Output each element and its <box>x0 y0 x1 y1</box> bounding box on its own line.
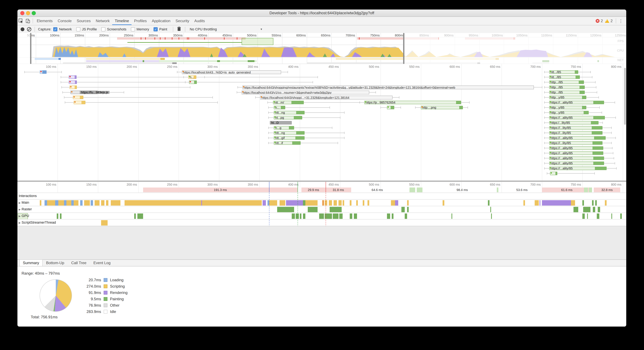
request-corner-dot <box>551 172 552 174</box>
network-request-bar[interactable]: htt...gif <box>274 136 304 140</box>
tracks-pane[interactable]: 100 ms150 ms200 ms250 ms300 ms350 ms400 … <box>18 182 626 226</box>
network-request-bar[interactable]: https://...ality/85 <box>549 162 604 165</box>
disclosure-triangle-icon[interactable]: ▶ <box>19 215 20 217</box>
network-request-bar[interactable]: https://...ality/85 <box>549 156 604 160</box>
details-tab-summary[interactable]: Summary <box>19 259 43 266</box>
network-request-bar[interactable]: htt...ng <box>274 111 304 114</box>
tab-application[interactable]: Application <box>149 17 173 25</box>
tab-timeline[interactable]: Timeline <box>112 17 132 25</box>
network-request-bar[interactable]: https://p...985762654 <box>364 101 461 104</box>
checkbox-box[interactable]: ✓ <box>53 27 57 31</box>
network-request-bar[interactable]: http...y/85 <box>549 111 589 114</box>
tab-sources[interactable]: Sources <box>74 17 93 25</box>
trash-icon[interactable] <box>177 26 181 32</box>
whisker-cap <box>547 172 547 175</box>
network-request-bar[interactable] <box>70 85 77 89</box>
inspect-element-icon[interactable] <box>18 17 24 24</box>
track-label-interactions[interactable]: Interactions <box>19 194 37 198</box>
network-request-bar[interactable]: http....png <box>421 106 463 109</box>
details-tab-event-log[interactable]: Event Log <box>90 259 114 266</box>
network-request-label[interactable]: https://localhost:6443/v1/co...nsumer=3&… <box>242 91 369 94</box>
network-request-bar[interactable]: https://...lity/85 <box>549 141 602 145</box>
network-request-bar[interactable] <box>69 75 76 79</box>
network-request-bar[interactable] <box>550 172 557 175</box>
tab-audits[interactable]: Audits <box>192 17 208 25</box>
menu-dots-icon[interactable]: ⋮ <box>618 18 624 23</box>
track-label-main[interactable]: ▶Main <box>19 201 29 205</box>
checkbox-box[interactable] <box>76 27 80 31</box>
network-request-bar[interactable]: https://...lity/85 <box>549 131 602 135</box>
network-request-bar[interactable]: htt...m/ <box>273 101 304 104</box>
track-activity-segment <box>338 200 342 206</box>
network-request-bar[interactable] <box>74 101 86 104</box>
network-request-bar[interactable]: http...y/85 <box>549 106 586 109</box>
disclosure-triangle-icon[interactable]: ▶ <box>19 221 20 224</box>
network-request-bar[interactable] <box>189 80 197 84</box>
details-tab-bottom-up[interactable]: Bottom-Up <box>43 259 68 266</box>
selection-handle-right[interactable] <box>403 33 404 64</box>
network-request-bar[interactable] <box>73 96 83 99</box>
flame-chart[interactable]: 100 ms150 ms200 ms250 ms300 ms350 ms400 … <box>18 64 626 181</box>
whisker-cap <box>616 137 616 139</box>
tab-profiles[interactable]: Profiles <box>132 17 149 25</box>
clear-icon[interactable] <box>27 27 32 31</box>
network-request-bar[interactable]: h...g <box>274 126 294 130</box>
checkbox-network[interactable]: ✓Network <box>53 27 72 31</box>
track-label-raster[interactable]: ▶Raster <box>19 207 32 211</box>
network-request-bar[interactable]: https://...ality/85 <box>549 146 603 150</box>
long-task-mark <box>145 37 146 39</box>
network-request-bar[interactable]: http...y/85 <box>549 96 586 99</box>
network-request-bar[interactable]: ht...pg <box>274 116 302 119</box>
device-toolbar-icon[interactable] <box>24 17 32 24</box>
network-request-bar[interactable]: https://...lity/85 <box>549 126 602 130</box>
network-request-label[interactable]: https://localhost:6443/shoppi...=31.2328… <box>260 96 393 99</box>
tab-console[interactable]: Console <box>55 17 74 25</box>
tab-network[interactable]: Network <box>93 17 112 25</box>
network-request-bar[interactable]: https://...ality/85 <box>549 101 604 104</box>
checkbox-paint[interactable]: ✓Paint <box>154 27 167 31</box>
disclosure-triangle-icon[interactable]: ▶ <box>19 208 20 211</box>
network-request-bar[interactable]: htt.../85 <box>549 70 578 74</box>
network-request-bar[interactable]: https://...ality/85 <box>549 167 606 170</box>
network-request-bar[interactable] <box>40 70 46 74</box>
pane-splitter[interactable] <box>18 181 626 182</box>
network-request-bar[interactable]: h... <box>274 106 285 109</box>
tab-elements[interactable]: Elements <box>34 17 55 25</box>
network-request-bar[interactable]: https://...ality/85 <box>549 136 606 140</box>
disclosure-triangle-icon[interactable]: ▶ <box>19 201 20 204</box>
network-request-bar[interactable] <box>387 106 394 109</box>
network-request-bar[interactable]: https:/...lity/85 <box>549 121 598 124</box>
checkbox-memory[interactable]: Memory <box>131 27 149 31</box>
warning-badge-icon[interactable] <box>605 19 609 23</box>
details-tab-call-tree[interactable]: Call Tree <box>68 259 90 266</box>
checkbox-box[interactable] <box>131 27 135 31</box>
network-request-bar[interactable]: htt.../85 <box>549 75 580 79</box>
checkbox-box[interactable]: ✓ <box>154 27 158 31</box>
network-request-bar[interactable]: htt...ng <box>274 131 304 135</box>
network-request-bar[interactable]: http.../85 <box>549 80 584 84</box>
network-request-bar-selected[interactable]: https://fu...983ejs.js <box>70 91 98 94</box>
checkbox-js-profile[interactable]: JS Profile <box>76 27 97 31</box>
long-task-mark <box>178 37 179 39</box>
network-request-label[interactable]: https://localhost:6443/shopping/restaura… <box>242 85 534 89</box>
selection-handle-left[interactable] <box>30 33 32 64</box>
cpu-throttling-select[interactable]: No CPU throttling ▼ <box>186 27 266 31</box>
track-label-gpu[interactable]: ▶GPU <box>19 214 29 218</box>
track-label-scriptstreamerthread[interactable]: ▶ScriptStreamerThread <box>19 220 56 225</box>
tab-security[interactable]: Security <box>173 17 192 25</box>
network-request-bar[interactable]: https://...ality/85 <box>549 151 603 155</box>
checkbox-screenshots[interactable]: Screenshots <box>101 27 126 31</box>
network-request-bar[interactable]: http.../85 <box>549 85 585 89</box>
checkbox-box[interactable] <box>101 27 106 31</box>
error-badge-icon[interactable]: ✕ <box>596 19 600 23</box>
network-request-bar[interactable]: https://...ality/85 <box>549 116 605 119</box>
vertical-scrollbar[interactable] <box>624 68 626 125</box>
network-request-bar[interactable]: http.../85 <box>549 91 585 94</box>
network-request-bar[interactable] <box>69 80 77 84</box>
timeline-overview[interactable]: 50ms100ms150ms200ms250ms300ms350ms400ms4… <box>18 33 626 64</box>
network-request-bar[interactable]: htt...if <box>274 141 300 145</box>
network-request-bar[interactable]: ht...D <box>270 121 292 124</box>
network-request-label[interactable]: https://localhost:6443...%5D=is_auto_gen… <box>182 70 281 74</box>
network-request-bar[interactable]: h... <box>188 75 196 79</box>
record-button[interactable] <box>20 27 24 31</box>
